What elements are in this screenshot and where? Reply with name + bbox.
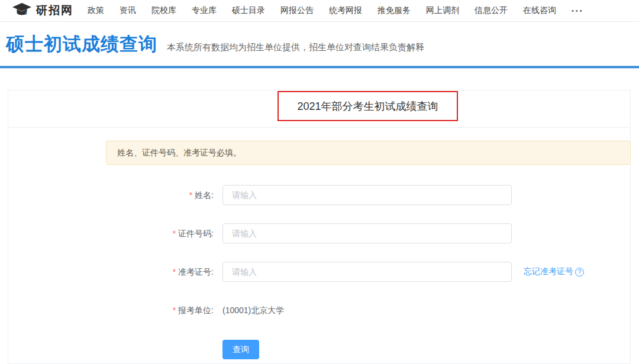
- query-button[interactable]: 查询: [222, 340, 259, 359]
- page-header: 硕士初试成绩查询 本系统所有数据均为招生单位提供，招生单位对查询结果负责解释: [6, 32, 424, 57]
- nav-item-majors[interactable]: 专业库: [192, 5, 217, 16]
- blue-divider: [0, 66, 639, 69]
- nav-item-colleges[interactable]: 院校库: [151, 5, 176, 16]
- nav-item-policy[interactable]: 政策: [88, 5, 104, 16]
- alert-text: 姓名、证件号码、准考证号必填。: [117, 148, 241, 158]
- id-number-input[interactable]: [222, 223, 512, 243]
- ticket-number-label: *准考证号:: [106, 262, 214, 282]
- red-annotation-box: 2021年部分考生初试成绩查询: [277, 91, 458, 121]
- page-subtitle: 本系统所有数据均为招生单位提供，招生单位对查询结果负责解释: [167, 42, 424, 53]
- forgot-ticket-link[interactable]: 忘记准考证号 ?: [524, 266, 584, 277]
- required-mark: *: [173, 229, 176, 238]
- nav-item-notice[interactable]: 网报公告: [280, 5, 314, 16]
- form-row-university: *报考单位: (10001)北京大学: [106, 300, 631, 320]
- nav-item-consult[interactable]: 在线咨询: [523, 5, 556, 16]
- required-mark: *: [189, 190, 192, 200]
- ticket-number-input[interactable]: [222, 262, 512, 282]
- university-value: (10001)北京大学: [222, 300, 284, 320]
- page-title: 硕士初试成绩查询: [6, 32, 157, 57]
- nav-item-adjustment[interactable]: 网上调剂: [426, 5, 459, 16]
- form-row-name: *姓名:: [106, 185, 631, 205]
- panel-header: 2021年部分考生初试成绩查询: [8, 90, 630, 128]
- form-row-ticket-number: *准考证号: 忘记准考证号 ?: [106, 262, 631, 282]
- nav-item-catalog[interactable]: 硕士目录: [232, 5, 265, 16]
- university-label: *报考单位:: [106, 300, 214, 320]
- ellipsis-icon[interactable]: •••: [572, 7, 584, 14]
- name-label: *姓名:: [106, 185, 214, 205]
- nav-item-register[interactable]: 统考网报: [329, 5, 362, 16]
- id-number-label: *证件号码:: [106, 223, 214, 243]
- nav-menu: 政策 资讯 院校库 专业库 硕士目录 网报公告 统考网报 推免服务 网上调剂 信…: [88, 5, 556, 16]
- name-input[interactable]: [222, 185, 512, 205]
- top-navbar: 研招网 政策 资讯 院校库 专业库 硕士目录 网报公告 统考网报 推免服务 网上…: [0, 0, 639, 22]
- form-row-id-number: *证件号码:: [106, 223, 631, 243]
- question-circle-icon: ?: [575, 268, 584, 277]
- required-mark: *: [173, 306, 176, 315]
- nav-item-disclosure[interactable]: 信息公开: [475, 5, 508, 16]
- nav-item-exemption[interactable]: 推免服务: [377, 5, 411, 16]
- required-fields-alert: 姓名、证件号码、准考证号必填。: [106, 141, 631, 165]
- nav-item-news[interactable]: 资讯: [120, 5, 136, 16]
- panel-title: 2021年部分考生初试成绩查询: [297, 99, 438, 113]
- site-logo-text: 研招网: [36, 3, 73, 18]
- graduation-cap-icon: [12, 2, 32, 19]
- query-panel: 2021年部分考生初试成绩查询 姓名、证件号码、准考证号必填。 *姓名: *证件…: [8, 90, 631, 364]
- required-mark: *: [173, 267, 176, 277]
- site-logo[interactable]: 研招网: [12, 2, 73, 19]
